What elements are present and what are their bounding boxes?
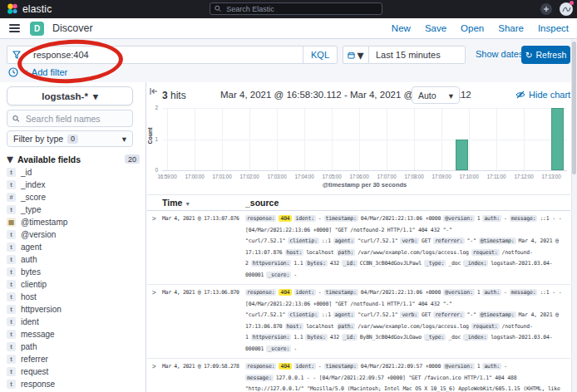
time-column-header[interactable]: Time▼ [162, 198, 245, 208]
chart-vgridline [414, 108, 415, 170]
field-item-_score[interactable]: #_score [7, 191, 140, 203]
source-value: - [318, 363, 322, 370]
chevron-down-icon[interactable]: ▾ [22, 51, 26, 59]
source-value: localhost [306, 249, 333, 256]
chevron-down-icon: ▾ [449, 91, 453, 100]
field-item-host[interactable]: thost [7, 291, 140, 303]
index-pattern-selector[interactable]: logstash-* ▾ [7, 86, 133, 105]
field-item-request[interactable]: trequest [7, 365, 140, 378]
source-value: 1 [477, 289, 481, 296]
field-search-input[interactable] [24, 113, 127, 125]
field-item-httpversion[interactable]: thttpversion [7, 303, 140, 316]
collapse-fields-icon[interactable] [149, 86, 159, 96]
source-value: "-" [467, 238, 476, 244]
hide-chart-button[interactable]: Hide chart [515, 90, 570, 100]
source-field-badge: path: [337, 249, 356, 256]
saved-query-clock-icon[interactable] [8, 67, 18, 77]
field-item-auth[interactable]: tauth [7, 253, 140, 266]
source-value: "curl/7.52.1" [358, 238, 397, 244]
filter-by-type-label: Filter by type [13, 134, 63, 144]
filter-type-count-badge: 0 [67, 135, 78, 144]
field-item-_type[interactable]: t_type [7, 203, 140, 216]
source-field-badge: @version: [443, 363, 474, 370]
source-field-badge: referrer: [433, 311, 464, 318]
field-item-response[interactable]: tresponse [7, 378, 140, 390]
page-title: Discover [52, 22, 93, 34]
field-item-_id[interactable]: t_id [7, 166, 140, 179]
source-value: - [293, 345, 297, 352]
save-button[interactable]: Save [425, 23, 446, 33]
interval-select[interactable]: Auto ▾ [412, 86, 460, 104]
source-value: 432 [330, 334, 339, 341]
time-range-button[interactable]: Last 15 minutes [369, 46, 466, 64]
field-item-@timestamp[interactable]: ▦@timestamp [7, 216, 140, 228]
field-item-message[interactable]: tmessage [7, 328, 140, 341]
source-field-badge: @version: [443, 215, 474, 222]
field-item-clientip[interactable]: tclientip [7, 278, 140, 291]
query-bar[interactable]: ▾ response:404 KQL [7, 46, 338, 64]
scrollbar-thumb[interactable] [572, 42, 576, 174]
field-item-bytes[interactable]: tbytes [7, 266, 140, 278]
refresh-button[interactable]: ↻ Refresh [521, 46, 570, 64]
query-language-button[interactable]: KQL [303, 47, 337, 63]
field-name: clientip [21, 280, 47, 289]
histogram-bar-17:09:30[interactable] [456, 140, 468, 171]
elastic-logo[interactable]: elastic [7, 3, 52, 15]
chart-vgridline [249, 108, 250, 170]
show-dates-link[interactable]: Show dates [476, 49, 523, 59]
global-search-input[interactable] [224, 4, 377, 14]
plus-icon [543, 6, 550, 12]
filter-icon[interactable] [12, 51, 21, 59]
field-item-@version[interactable]: t@version [7, 228, 140, 241]
sort-desc-icon: ▼ [185, 201, 190, 207]
field-name: auth [21, 255, 37, 264]
source-field-badge: _score: [266, 272, 291, 278]
menu-icon[interactable] [9, 24, 20, 32]
expand-row-icon[interactable]: > [147, 287, 162, 355]
field-item-referrer[interactable]: treferrer [7, 353, 140, 365]
doc-source: response:404ident:-timestamp:04/Mar/2021… [245, 213, 570, 281]
index-pattern-label: logstash-* [42, 91, 88, 101]
add-filter-button[interactable]: + Add filter [24, 67, 67, 77]
available-fields-header[interactable]: ▾ Available fields 20 [7, 151, 140, 167]
source-value: _doc [448, 260, 461, 267]
filter-by-type-select[interactable]: Filter by type 0 ▾ [7, 130, 133, 147]
source-field-badge: auth: [482, 363, 501, 370]
source-value: - [504, 215, 507, 222]
query-input[interactable]: response:404 [33, 50, 303, 60]
field-name: _index [21, 180, 45, 189]
field-item-agent[interactable]: tagent [7, 241, 140, 253]
source-field-badge: agent: [333, 311, 355, 318]
discover-app-icon[interactable]: D [30, 22, 44, 36]
expand-row-icon[interactable]: > [147, 213, 162, 281]
y-tick-label: 1 [146, 136, 158, 142]
chart-vgridline [387, 108, 387, 170]
source-field-badge: host: [285, 323, 304, 330]
histogram-bar-17:13:00[interactable] [551, 108, 564, 170]
source-field-badge: response: [245, 363, 276, 370]
expand-row-icon[interactable]: > [147, 361, 162, 392]
source-column-header[interactable]: _source [245, 198, 570, 208]
source-field-badge: @version: [443, 289, 474, 296]
open-button[interactable]: Open [461, 23, 484, 33]
new-button[interactable]: New [392, 23, 411, 33]
field-type-icon: t [7, 305, 16, 314]
doc-timestamp: Mar 4, 2021 @ 17:09:58.278 [162, 361, 245, 392]
source-field-badge: agent: [333, 238, 355, 244]
global-search[interactable] [210, 2, 382, 15]
field-search[interactable] [7, 110, 133, 127]
inspect-button[interactable]: Inspect [538, 23, 569, 33]
field-list: t_idt_index#_scoret_type▦@timestampt@ver… [7, 166, 140, 392]
source-field-badge: @timestamp: [479, 238, 516, 244]
source-value: - [293, 272, 297, 278]
chart-vgridline [195, 108, 195, 170]
field-item-ident[interactable]: tident [7, 316, 140, 328]
field-item-_index[interactable]: t_index [7, 179, 140, 191]
share-button[interactable]: Share [498, 23, 524, 33]
source-field-badge: auth: [482, 289, 501, 296]
deployment-icon[interactable] [540, 3, 552, 15]
source-value: /var/www/example.com/logs/access.log [358, 323, 469, 330]
field-item-path[interactable]: tpath [7, 341, 140, 353]
date-picker: ▾ Last 15 minutes [343, 46, 466, 64]
date-picker-quick-menu[interactable]: ▾ [343, 46, 369, 64]
